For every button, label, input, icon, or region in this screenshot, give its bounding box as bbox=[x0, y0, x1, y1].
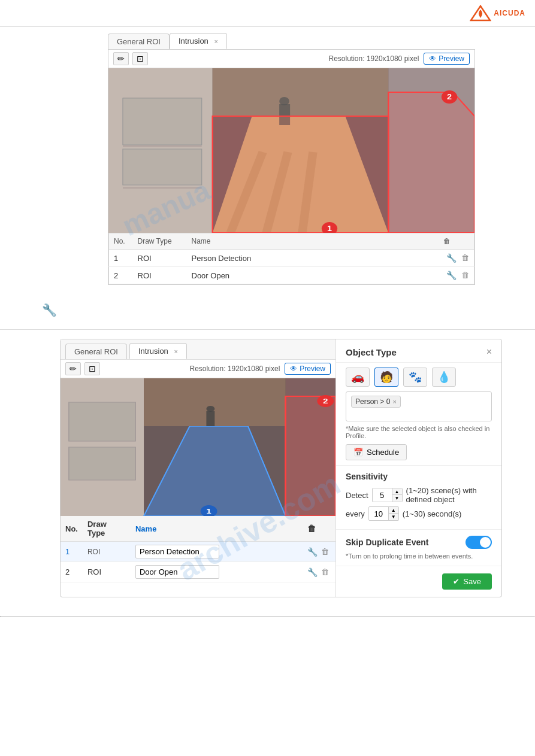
select-tool-bottom[interactable]: ⊡ bbox=[84, 362, 100, 375]
detect-spin-up[interactable]: ▲ bbox=[392, 488, 402, 495]
detect-label: Detect bbox=[346, 491, 368, 500]
settings-icon-row1-bottom[interactable]: 🔧 bbox=[307, 547, 318, 557]
every-value-input[interactable] bbox=[369, 508, 388, 520]
canvas-toolbar-bottom: ✏ ⊡ Resolution: 1920x1080 pixel 👁 Previe… bbox=[61, 360, 335, 378]
every-label: every bbox=[346, 509, 365, 518]
wrench-icon-mid[interactable]: 🔧 bbox=[42, 303, 57, 317]
resolution-text-bottom: Resolution: 1920x1080 pixel bbox=[190, 365, 280, 373]
tab-intrusion-bottom[interactable]: Intrusion × bbox=[129, 343, 187, 359]
pencil-tool-bottom[interactable]: ✏ bbox=[65, 362, 81, 375]
detect-spin-down[interactable]: ▼ bbox=[392, 495, 402, 502]
left-panel: General ROI Intrusion × ✏ ⊡ Res bbox=[61, 339, 336, 597]
sensitivity-section: Sensitivity Detect ▲ ▼ (1~20) scene(s) w… bbox=[336, 466, 501, 530]
settings-icon-row1-top[interactable]: 🔧 bbox=[446, 253, 457, 263]
col-drawtype-bottom: Draw Type bbox=[83, 516, 131, 542]
col-actions-top: 🗑 bbox=[439, 233, 474, 250]
preview-btn-bottom[interactable]: 👁 Preview bbox=[285, 363, 331, 375]
page-wrapper: AICUDA General ROI Intrusion × ✏ ⊡ bbox=[0, 0, 535, 756]
bottom-panel: General ROI Intrusion × ✏ ⊡ Res bbox=[60, 339, 502, 597]
svg-text:2: 2 bbox=[447, 93, 452, 101]
close-panel-btn[interactable]: × bbox=[486, 347, 492, 357]
skip-row: Skip Duplicate Event bbox=[346, 536, 492, 549]
detect-arrows: ▲ ▼ bbox=[392, 488, 402, 502]
canvas-toolbar-top: ✏ ⊡ Resolution: 1920x1080 pixel 👁 Previe… bbox=[108, 50, 474, 68]
tab-general-roi-top[interactable]: General ROI bbox=[108, 34, 170, 49]
delete-header-icon-top[interactable]: 🗑 bbox=[443, 237, 451, 245]
table-row: 1 ROI 🔧 🗑 bbox=[61, 542, 335, 562]
liquid-icon-btn[interactable]: 💧 bbox=[432, 368, 456, 387]
resolution-text-top: Resolution: 1920x1080 pixel bbox=[329, 54, 419, 63]
roi-name-input-1[interactable] bbox=[135, 545, 219, 558]
save-area: ✔ Save bbox=[336, 566, 501, 597]
save-checkmark-icon: ✔ bbox=[453, 577, 460, 586]
tab-bar-bottom: General ROI Intrusion × bbox=[61, 339, 335, 360]
camera-view-top: 2 1 bbox=[108, 68, 474, 233]
right-panel: Object Type × 🚗 🧑 🐾 💧 Person > 0 bbox=[336, 339, 501, 597]
col-name-top: Name bbox=[187, 233, 439, 250]
delete-icon-row2-bottom[interactable]: 🗑 bbox=[321, 567, 329, 576]
svg-rect-30 bbox=[206, 411, 214, 426]
svg-marker-16 bbox=[213, 116, 389, 233]
roi-table-bottom: No. Draw Type Name 🗑 1 ROI bbox=[61, 516, 335, 582]
schedule-btn[interactable]: 📅 Schedule bbox=[346, 444, 407, 460]
person-icon-btn[interactable]: 🧑 bbox=[374, 368, 398, 387]
tab-general-roi-bottom[interactable]: General ROI bbox=[65, 344, 127, 359]
detect-range: (1~20) scene(s) with defined object bbox=[406, 486, 492, 504]
row2-actions-bottom: 🔧 🗑 bbox=[307, 567, 331, 577]
delete-header-bottom[interactable]: 🗑 bbox=[307, 524, 316, 533]
svg-text:1: 1 bbox=[327, 224, 332, 233]
settings-icon-row2-bottom[interactable]: 🔧 bbox=[307, 567, 318, 577]
car-icon-btn[interactable]: 🚗 bbox=[346, 368, 370, 387]
every-spin-down[interactable]: ▼ bbox=[389, 514, 398, 520]
select-tool-top[interactable]: ⊡ bbox=[132, 52, 148, 65]
settings-icon-row2-top[interactable]: 🔧 bbox=[446, 271, 457, 280]
aicuda-logo-icon bbox=[470, 5, 491, 22]
tab-close-bottom[interactable]: × bbox=[174, 348, 177, 355]
svg-text:1: 1 bbox=[206, 508, 211, 515]
skip-toggle[interactable] bbox=[466, 536, 492, 549]
svg-rect-9 bbox=[123, 98, 202, 145]
person-tag-close[interactable]: × bbox=[392, 398, 396, 405]
col-name-bottom: Name bbox=[131, 516, 303, 542]
row1-actions-top: 🔧 🗑 bbox=[443, 253, 470, 263]
object-type-title: Object Type bbox=[346, 347, 397, 357]
camera-svg-bottom: 2 1 bbox=[61, 378, 335, 516]
every-spin-up[interactable]: ▲ bbox=[389, 507, 398, 514]
section-top: General ROI Intrusion × ✏ ⊡ Resolution: … bbox=[0, 27, 535, 291]
top-bar: AICUDA bbox=[0, 0, 535, 27]
save-btn[interactable]: ✔ Save bbox=[442, 573, 492, 590]
col-drawtype-top: Draw Type bbox=[133, 233, 187, 250]
roi-name-input-2[interactable] bbox=[135, 565, 219, 579]
pencil-tool-top[interactable]: ✏ bbox=[113, 52, 129, 65]
detect-value-input[interactable] bbox=[373, 490, 392, 501]
bottom-divider bbox=[0, 616, 535, 617]
camera-view-bottom: 2 1 bbox=[61, 378, 335, 516]
camera-svg-top: 2 1 bbox=[108, 68, 474, 233]
row2-actions-top: 🔧 🗑 bbox=[443, 271, 470, 280]
detect-row: Detect ▲ ▼ (1~20) scene(s) with defined … bbox=[346, 486, 492, 504]
skip-section: Skip Duplicate Event *Turn on to prolong… bbox=[336, 530, 501, 566]
section-bottom: General ROI Intrusion × ✏ ⊡ Res bbox=[0, 330, 535, 606]
tab-close-top[interactable]: × bbox=[214, 38, 217, 45]
tab-intrusion-top[interactable]: Intrusion × bbox=[170, 33, 227, 49]
logo-area: AICUDA bbox=[470, 5, 525, 22]
delete-icon-row1-top[interactable]: 🗑 bbox=[461, 253, 469, 263]
detect-value-spinner: ▲ ▼ bbox=[372, 488, 403, 502]
every-range: (1~30) second(s) bbox=[403, 509, 462, 518]
svg-point-31 bbox=[206, 406, 214, 412]
row1-actions-bottom: 🔧 🗑 bbox=[307, 547, 331, 557]
eye-icon-bottom: 👁 bbox=[290, 365, 297, 373]
svg-rect-24 bbox=[69, 402, 135, 441]
delete-icon-row1-bottom[interactable]: 🗑 bbox=[321, 547, 329, 556]
animal-icon-btn[interactable]: 🐾 bbox=[403, 368, 427, 387]
roi-table-top: No. Draw Type Name 🗑 1 ROI Person Detect… bbox=[108, 233, 474, 284]
delete-icon-row2-top[interactable]: 🗑 bbox=[461, 271, 469, 280]
object-icons-row: 🚗 🧑 🐾 💧 bbox=[346, 368, 492, 387]
preview-btn-top[interactable]: 👁 Preview bbox=[424, 53, 470, 65]
canvas-tools-top: ✏ ⊡ bbox=[113, 52, 148, 65]
object-type-section: 🚗 🧑 🐾 💧 Person > 0 × *Make sure the sele… bbox=[336, 363, 501, 466]
svg-point-15 bbox=[279, 97, 289, 105]
calendar-icon: 📅 bbox=[353, 448, 363, 457]
svg-rect-5 bbox=[213, 68, 389, 116]
svg-rect-25 bbox=[69, 447, 135, 480]
